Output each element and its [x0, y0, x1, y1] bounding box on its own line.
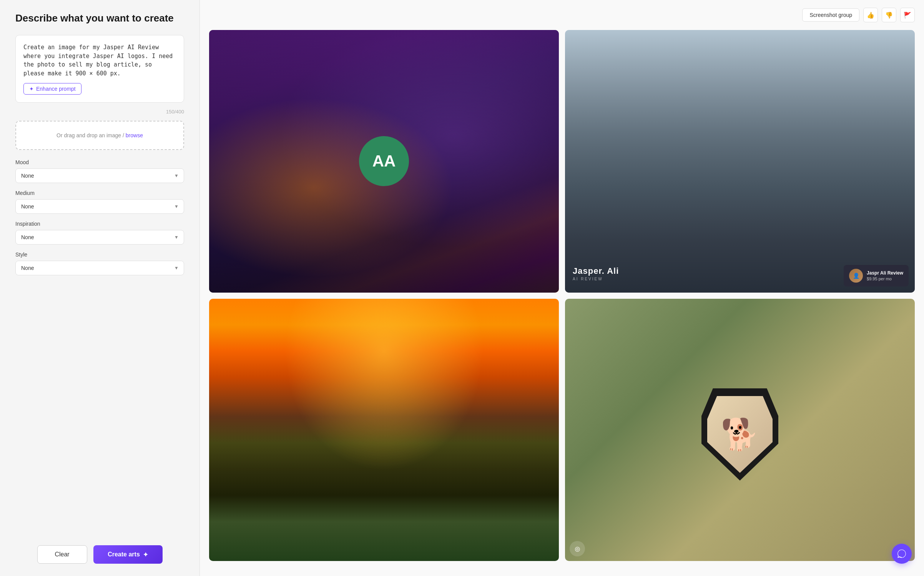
jasper-card-text: Jaspr Ali Review $9.95 per mo	[867, 270, 903, 281]
mood-select[interactable]: None Happy Sad Dramatic Calm Mysterious	[15, 168, 184, 183]
page-title: Describe what you want to create	[15, 12, 184, 24]
medium-select[interactable]: None Oil Paint Watercolor Digital Pencil…	[15, 199, 184, 214]
flag-icon: 🚩	[904, 12, 911, 19]
enhance-prompt-button[interactable]: ✦ Enhance prompt	[23, 83, 81, 95]
prompt-input[interactable]: Create an image for my Jasper AI Review …	[23, 43, 176, 78]
watermark: ◎	[570, 541, 585, 556]
thumbs-up-icon: 👍	[867, 12, 874, 19]
right-panel: Screenshot group 👍 👎 🚩 AA Jasper. Ali AI…	[200, 0, 924, 576]
bottom-actions: Clear Create arts ✦	[15, 536, 184, 564]
shield-shape: 🐕	[701, 388, 778, 481]
inspiration-select-wrapper: None Abstract Impressionist Surrealist M…	[15, 230, 184, 245]
prompt-card: Create an image for my Jasper AI Review …	[15, 35, 184, 103]
medium-label: Medium	[15, 190, 184, 196]
jasper-card-avatar: 👤	[849, 269, 863, 283]
dog-face-icon: 🐕	[721, 419, 759, 450]
medium-section: Medium None Oil Paint Watercolor Digital…	[15, 190, 184, 214]
chat-icon	[897, 549, 907, 559]
image-grid: AA Jasper. Ali AI REVIEW 👤 Jaspr Ali Rev…	[209, 30, 915, 561]
thumbs-down-icon: 👎	[885, 12, 893, 19]
image-card-street[interactable]: Jasper. Ali AI REVIEW 👤 Jaspr Ali Review…	[565, 30, 915, 293]
mood-label: Mood	[15, 159, 184, 165]
thumbs-up-button[interactable]: 👍	[863, 8, 878, 22]
shield-container: 🐕	[701, 388, 778, 481]
medium-select-wrapper: None Oil Paint Watercolor Digital Pencil…	[15, 199, 184, 214]
char-count: 150/400	[15, 109, 184, 115]
drag-drop-text: Or drag and drop	[57, 132, 99, 138]
shield-inner: 🐕	[707, 396, 773, 473]
image-card-dog-shield[interactable]: 🐕 ◎	[565, 299, 915, 561]
jasper-sub-text: AI REVIEW	[573, 277, 619, 281]
inspiration-select[interactable]: None Abstract Impressionist Surrealist M…	[15, 230, 184, 245]
jasper-card-overlay: 👤 Jaspr Ali Review $9.95 per mo	[844, 265, 909, 286]
create-arts-button[interactable]: Create arts ✦	[93, 545, 163, 564]
flag-button[interactable]: 🚩	[900, 8, 915, 22]
inspiration-label: Inspiration	[15, 221, 184, 227]
jasper-main-text: Jasper. Ali	[573, 266, 619, 276]
thumbs-down-button[interactable]: 👎	[882, 8, 896, 22]
drag-drop-area[interactable]: Or drag and drop an image / browse	[15, 121, 184, 150]
style-select[interactable]: None Realistic Cartoon Anime 3D Sketch	[15, 261, 184, 275]
mood-section: Mood None Happy Sad Dramatic Calm Myster…	[15, 159, 184, 183]
inspiration-section: Inspiration None Abstract Impressionist …	[15, 221, 184, 245]
browse-link[interactable]: browse	[126, 132, 143, 138]
jasper-text-overlay: Jasper. Ali AI REVIEW	[573, 266, 619, 281]
avatar-overlay: AA	[359, 136, 409, 186]
screenshot-group-button[interactable]: Screenshot group	[802, 8, 859, 22]
image-card-mountain[interactable]	[209, 299, 559, 561]
style-label: Style	[15, 251, 184, 258]
style-select-wrapper: None Realistic Cartoon Anime 3D Sketch ▼	[15, 261, 184, 275]
left-panel: Describe what you want to create Create …	[0, 0, 200, 576]
clear-button[interactable]: Clear	[37, 545, 87, 564]
drag-drop-text2: an image /	[99, 132, 126, 138]
sparkle-icon: ✦	[29, 86, 34, 92]
mood-select-wrapper: None Happy Sad Dramatic Calm Mysterious …	[15, 168, 184, 183]
avatar-text: AA	[372, 152, 396, 170]
image-card-city-night[interactable]: AA	[209, 30, 559, 293]
chat-bubble-button[interactable]	[892, 544, 912, 564]
top-bar: Screenshot group 👍 👎 🚩	[209, 8, 915, 22]
style-section: Style None Realistic Cartoon Anime 3D Sk…	[15, 251, 184, 275]
create-sparkle-icon: ✦	[143, 551, 148, 558]
